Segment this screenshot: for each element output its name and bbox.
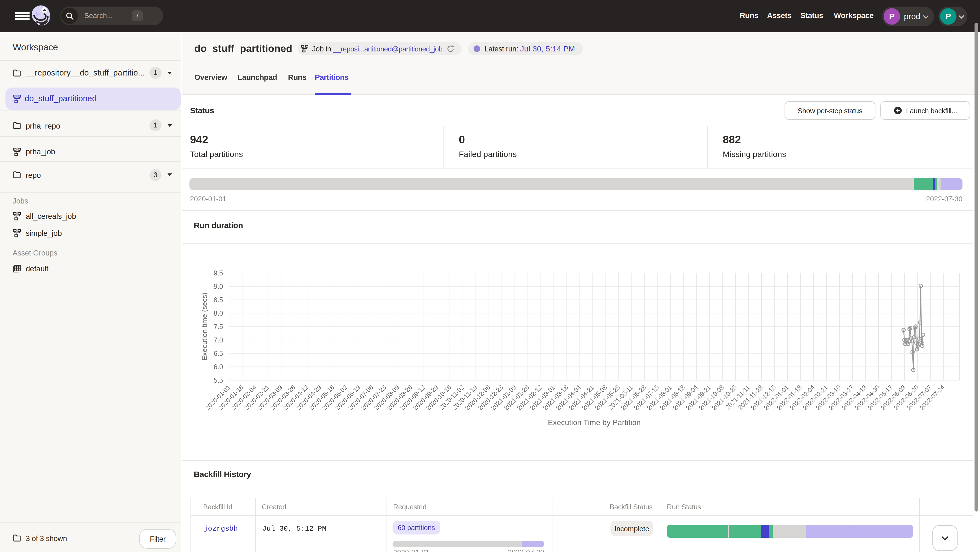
- svg-text:6.0: 6.0: [213, 363, 223, 371]
- svg-text:5.5: 5.5: [213, 376, 223, 384]
- svg-text:9.0: 9.0: [213, 282, 223, 290]
- svg-text:6.5: 6.5: [213, 350, 223, 357]
- svg-text:7.5: 7.5: [213, 323, 223, 330]
- svg-text:Execution time (secs): Execution time (secs): [200, 292, 208, 360]
- svg-text:9.5: 9.5: [213, 269, 223, 277]
- svg-text:8.5: 8.5: [213, 296, 223, 304]
- svg-text:8.0: 8.0: [213, 309, 223, 317]
- svg-text:7.0: 7.0: [213, 336, 223, 344]
- svg-text:Execution Time by Partition: Execution Time by Partition: [548, 418, 641, 427]
